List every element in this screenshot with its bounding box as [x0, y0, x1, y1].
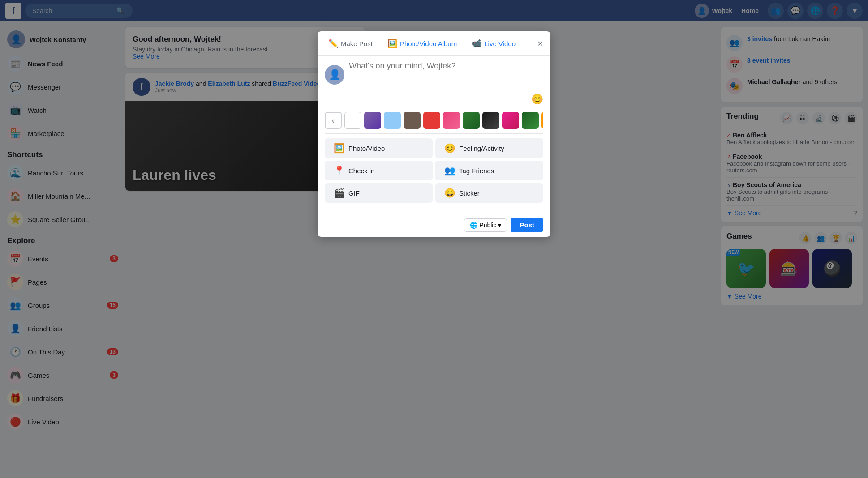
photo-video-action-icon: 🖼️ — [334, 143, 345, 154]
modal-emoji-row: 😊 — [325, 92, 543, 107]
color-chip-dark[interactable] — [482, 112, 499, 129]
gif-action-icon: 🎬 — [334, 188, 345, 198]
color-chip-brown[interactable] — [404, 112, 421, 129]
color-chip-red[interactable] — [423, 112, 440, 129]
color-chip-green[interactable] — [463, 112, 480, 129]
action-tag-friends-label: Tag Friends — [459, 167, 494, 175]
action-photo-video[interactable]: 🖼️ Photo/Video — [325, 138, 433, 158]
tab-photo-video-label: Photo/Video Album — [400, 40, 457, 47]
action-gif-label: GIF — [348, 189, 360, 197]
post-actions: 🖼️ Photo/Video 😊 Feeling/Activity 📍 Chec… — [325, 134, 543, 207]
modal-user-avatar: 👤 — [325, 65, 344, 85]
modal-body: 👤 😊 ‹ — [318, 56, 550, 213]
photo-video-icon: 🖼️ — [387, 38, 397, 48]
privacy-dropdown-icon: ▾ — [498, 222, 501, 229]
action-check-in[interactable]: 📍 Check in — [325, 161, 433, 180]
feeling-action-icon: 😊 — [444, 143, 455, 154]
action-photo-video-label: Photo/Video — [348, 145, 385, 152]
action-feeling-label: Feeling/Activity — [459, 145, 504, 152]
action-tag-friends[interactable]: 👥 Tag Friends — [435, 161, 543, 180]
privacy-button[interactable]: 🌐 Public ▾ — [464, 218, 507, 232]
emoji-button[interactable]: 😊 — [531, 94, 543, 105]
modal-close-button[interactable]: × — [533, 37, 547, 50]
sticker-action-icon: 😄 — [444, 188, 455, 198]
modal-post-textarea[interactable] — [349, 61, 543, 88]
check-in-action-icon: 📍 — [334, 165, 345, 176]
create-post-modal: ✏️ Make Post 🖼️ Photo/Video Album 📹 Live… — [318, 31, 550, 237]
color-chip-purple[interactable] — [364, 112, 381, 129]
pencil-icon: ✏️ — [328, 38, 338, 48]
tab-photo-video[interactable]: 🖼️ Photo/Video Album — [380, 35, 464, 52]
modal-footer: 🌐 Public ▾ Post — [318, 213, 550, 237]
privacy-label: Public — [479, 222, 496, 229]
color-chip-white[interactable] — [344, 112, 361, 129]
globe-privacy-icon: 🌐 — [470, 222, 477, 229]
color-chip-blue[interactable] — [384, 112, 401, 129]
tab-live-video-label: Live Video — [484, 40, 516, 47]
tab-live-video[interactable]: 📹 Live Video — [464, 35, 523, 52]
color-picker-left-arrow[interactable]: ‹ — [325, 112, 342, 129]
color-chip-pink[interactable] — [443, 112, 460, 129]
action-check-in-label: Check in — [348, 167, 374, 175]
color-picker-row: ‹ — [325, 107, 543, 134]
color-chip-magenta[interactable] — [502, 112, 519, 129]
color-chip-forest[interactable] — [522, 112, 539, 129]
modal-overlay[interactable]: ✏️ Make Post 🖼️ Photo/Video Album 📹 Live… — [0, 0, 868, 478]
tab-make-post-label: Make Post — [341, 40, 373, 47]
modal-header: ✏️ Make Post 🖼️ Photo/Video Album 📹 Live… — [318, 31, 550, 56]
action-sticker-label: Sticker — [459, 189, 480, 197]
live-video-modal-icon: 📹 — [472, 38, 481, 48]
modal-user-row: 👤 — [325, 61, 543, 88]
action-feeling[interactable]: 😊 Feeling/Activity — [435, 138, 543, 158]
color-chip-orange[interactable] — [541, 112, 543, 129]
action-gif[interactable]: 🎬 GIF — [325, 183, 433, 203]
action-sticker[interactable]: 😄 Sticker — [435, 183, 543, 203]
post-button[interactable]: Post — [511, 218, 543, 232]
tag-friends-action-icon: 👥 — [444, 165, 455, 176]
tab-make-post[interactable]: ✏️ Make Post — [321, 35, 380, 52]
